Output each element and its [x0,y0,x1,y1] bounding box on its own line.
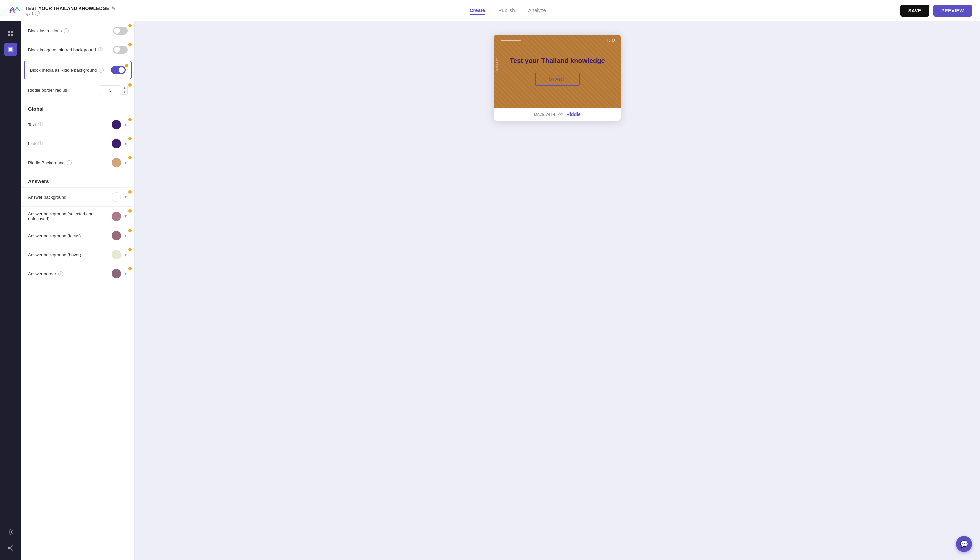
nav-tab-publish[interactable]: Publish [498,6,515,15]
block-image-blurred-label: Block image as blurred background [28,47,96,52]
main-layout: Block instructions i Block image as blur… [0,21,980,560]
project-subtitle: Quiz i [25,11,115,16]
svg-rect-2 [8,34,10,36]
block-image-blurred-info[interactable]: i [98,47,103,52]
answer-border-swatch[interactable] [112,269,121,278]
riddle-bg-label: Riddle Background [28,160,65,165]
answer-bg-dot [128,190,132,194]
answer-bg-hover-row: Answer background (hover) ▼ [21,245,134,264]
text-color-info[interactable]: i [38,122,43,127]
save-button[interactable]: SAVE [900,5,929,17]
answer-bg-selected-chevron[interactable]: ▼ [124,214,128,219]
text-color-label: Text [28,122,36,127]
block-image-blurred-slider [113,46,128,54]
answer-border-right: ▼ [112,269,128,278]
nav-tab-create[interactable]: Create [470,6,485,15]
text-color-swatch[interactable] [112,120,121,129]
preview-area: 1 / 13 pexels.com Test your Thailand kno… [135,21,980,560]
answer-border-dot [128,267,132,270]
answer-bg-focus-chevron[interactable]: ▼ [124,233,128,238]
header-actions: SAVE PREVIEW [900,5,972,17]
block-instructions-info[interactable]: i [64,28,69,33]
radius-increment-button[interactable]: ▲ [122,86,128,90]
nav-tab-analyze[interactable]: Analyze [528,6,546,15]
answer-border-chevron[interactable]: ▼ [124,271,128,276]
preview-button[interactable]: PREVIEW [933,5,972,17]
block-media-riddle-label-wrap: Block media as Riddle background i [30,68,111,73]
block-image-blurred-toggle[interactable] [113,46,128,54]
sidebar-icon-settings[interactable] [4,525,17,539]
answer-border-info[interactable]: i [58,271,63,276]
made-with-bar: MADE WITH Riddle [494,108,621,121]
global-section-label: Global [28,106,44,112]
riddle-bg-label-wrap: Riddle Background i [28,160,72,165]
block-media-riddle-label: Block media as Riddle background [30,68,97,73]
riddle-bg-dot [128,156,132,159]
answers-section-label: Answers [28,178,49,184]
settings-panel: Block instructions i Block image as blur… [21,21,135,560]
answer-bg-focus-dot [128,229,132,232]
answer-bg-selected-swatch[interactable] [112,212,121,221]
riddle-border-radius-dot [128,83,132,87]
text-color-chevron[interactable]: ▼ [124,122,128,127]
link-color-right: ▼ [112,139,128,148]
title-area: TEST YOUR THAILAND KNOWLEDGE ✎ Quiz i [25,6,115,16]
text-color-right: ▼ [112,120,128,129]
answer-bg-selected-row: Answer background (selected and unfocuse… [21,207,134,226]
answer-bg-hover-chevron[interactable]: ▼ [124,252,128,257]
block-media-riddle-row: Block media as Riddle background i [24,61,132,79]
sidebar-icon-share[interactable] [4,541,17,555]
quiz-start-button[interactable]: START [535,73,580,86]
answer-bg-focus-swatch[interactable] [112,231,121,240]
answer-bg-focus-right: ▼ [112,231,128,240]
link-color-swatch[interactable] [112,139,121,148]
block-image-blurred-row: Block image as blurred background i [21,40,134,59]
answer-bg-selected-dot [128,209,132,213]
answer-bg-hover-right: ▼ [112,250,128,259]
back-logo-button[interactable] [8,4,21,17]
sidebar-icon-grid[interactable] [4,27,17,40]
chat-support-button[interactable]: 💬 [956,536,972,552]
riddle-bg-info[interactable]: i [67,160,72,165]
text-color-row: Text i ▼ [21,115,134,134]
answer-bg-chevron[interactable]: ▼ [124,195,128,199]
block-media-riddle-info[interactable]: i [99,68,104,73]
link-color-info[interactable]: i [38,141,43,146]
edit-title-icon[interactable]: ✎ [111,6,115,11]
link-color-chevron[interactable]: ▼ [124,141,128,146]
block-instructions-slider [113,27,128,35]
answer-border-label-wrap: Answer border i [28,271,63,276]
answer-border-label: Answer border [28,271,56,276]
riddle-bg-chevron[interactable]: ▼ [124,160,128,165]
svg-rect-0 [8,31,10,33]
radius-decrement-button[interactable]: ▼ [122,90,128,95]
text-color-dot [128,118,132,121]
riddle-bg-swatch[interactable] [112,158,121,167]
subtitle-info-icon[interactable]: i [35,11,40,16]
svg-rect-1 [11,31,13,33]
block-instructions-toggle[interactable] [113,27,128,35]
answer-bg-hover-swatch[interactable] [112,250,121,259]
quiz-preview-card: 1 / 13 pexels.com Test your Thailand kno… [494,35,621,121]
answer-bg-label: Answer background [28,195,66,200]
subtitle-label: Quiz [25,11,34,16]
svg-point-8 [8,547,10,549]
text-color-label-wrap: Text i [28,122,43,127]
riddle-border-radius-input[interactable]: 3 [100,85,121,95]
riddle-border-radius-label: Riddle border radius [28,88,67,93]
answer-bg-focus-row: Answer background (focus) ▼ [21,226,134,245]
quiz-progress-bar [501,40,521,41]
sidebar-icon-design[interactable] [4,43,17,56]
block-image-blurred-label-wrap: Block image as blurred background i [28,47,113,52]
svg-rect-5 [9,48,12,51]
app-header: TEST YOUR THAILAND KNOWLEDGE ✎ Quiz i Cr… [0,0,980,21]
svg-point-7 [12,546,13,547]
answer-bg-hover-dot [128,248,132,251]
answers-section-header: Answers [21,172,134,188]
project-title: TEST YOUR THAILAND KNOWLEDGE ✎ [25,6,115,11]
block-media-riddle-toggle[interactable] [111,66,126,74]
answer-bg-swatch[interactable] [112,192,121,202]
block-instructions-label: Block instructions [28,28,62,33]
riddle-border-radius-input-wrap: 3 ▲ ▼ [100,85,128,95]
main-nav: Create Publish Analyze [470,6,546,15]
